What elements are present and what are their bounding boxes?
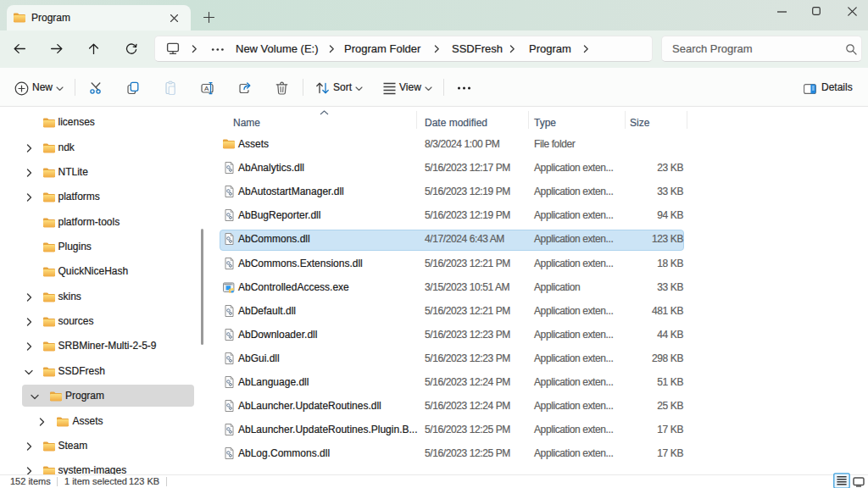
svg-text:A: A — [204, 85, 209, 92]
